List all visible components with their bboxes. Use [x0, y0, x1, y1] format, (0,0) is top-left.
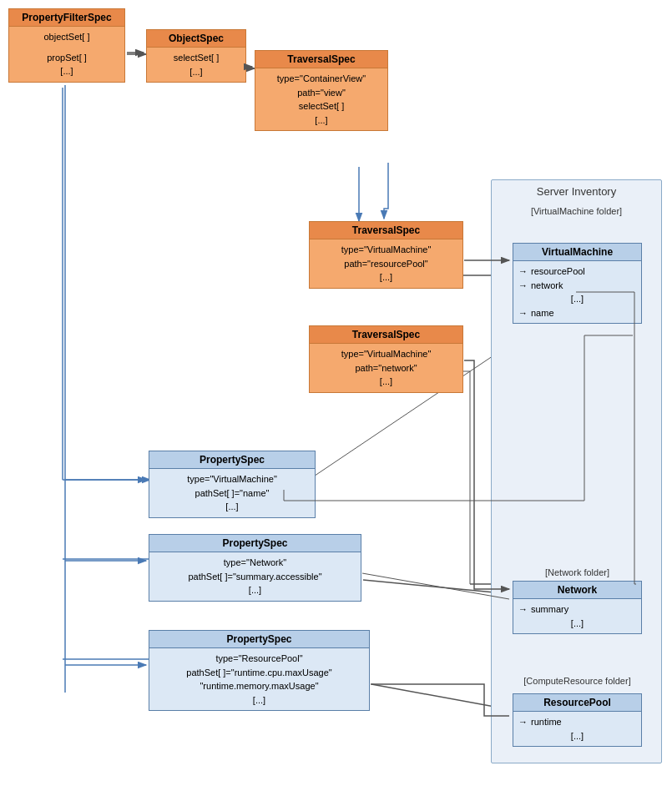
network-body: → summary [...]: [513, 599, 641, 633]
ps3-line4: [...]: [154, 693, 364, 708]
ts3-line3: [...]: [315, 375, 457, 389]
ps1-line1: type="VirtualMachine": [154, 472, 310, 486]
ps1-line2: pathSet[ ]="name": [154, 486, 310, 501]
resource-pool-box: ResourcePool → runtime [...]: [513, 693, 642, 747]
ps3-line2: pathSet[ ]="runtime.cpu.maxUsage": [154, 666, 364, 680]
vm-name: name: [531, 306, 554, 320]
property-spec-3-title: PropertySpec: [149, 631, 369, 648]
property-filter-spec-body: objectSet[ ] propSet[ ] [...]: [9, 27, 124, 82]
ts3-line1: type="VirtualMachine": [315, 347, 457, 361]
server-inventory-panel: Server Inventory [VirtualMachine folder]…: [491, 179, 662, 763]
property-spec-2-body: type="Network" pathSet[ ]="summary.acces…: [149, 552, 361, 601]
arrow-right-icon: →: [518, 264, 528, 279]
os-line1: selectSet[ ]: [152, 51, 240, 65]
diagram: PropertyFilterSpec objectSet[ ] propSet[…: [0, 0, 672, 796]
object-spec-title: ObjectSpec: [147, 30, 245, 48]
resource-pool-runtime: runtime: [531, 715, 562, 729]
vm-network: network: [531, 279, 563, 293]
svg-line-24: [362, 573, 509, 599]
vm-folder-label: [VirtualMachine folder]: [492, 203, 661, 219]
network-title: Network: [513, 582, 641, 599]
pfs-line2: propSet[ ]: [14, 51, 119, 65]
traversal-spec-1-body: type="ContainerView" path="view" selectS…: [255, 68, 387, 130]
network-summary: summary: [531, 602, 568, 617]
ts2-line1: type="VirtualMachine": [315, 243, 457, 257]
ps2-line3: [...]: [154, 583, 356, 597]
network-folder-label: [Network folder]: [492, 564, 663, 581]
property-filter-spec-title: PropertyFilterSpec: [9, 9, 124, 27]
object-spec-body: selectSet[ ] [...]: [147, 48, 245, 82]
compute-resource-folder-label: [ComputeResource folder]: [492, 673, 663, 689]
property-spec-2-title: PropertySpec: [149, 535, 361, 552]
ts2-line2: path="resourcePool": [315, 257, 457, 271]
traversal-spec-2-body: type="VirtualMachine" path="resourcePool…: [310, 239, 462, 288]
vm-body: → resourcePool → network [...] → name: [513, 261, 641, 323]
ps2-line2: pathSet[ ]="summary.accessible": [154, 570, 356, 584]
vm-ellipsis: [...]: [518, 292, 636, 306]
ts2-line3: [...]: [315, 270, 457, 285]
traversal-spec-3-title: TraversalSpec: [310, 326, 462, 344]
ts1-line2: path="view": [260, 86, 382, 100]
ps2-line1: type="Network": [154, 556, 356, 570]
ps3-line1: type="ResourcePool": [154, 652, 364, 666]
vm-resource-pool: resourcePool: [531, 264, 585, 279]
traversal-spec-2-title: TraversalSpec: [310, 222, 462, 239]
ts3-line2: path="network": [315, 361, 457, 375]
arrow-right-icon5: →: [518, 715, 528, 729]
traversal-spec-3-body: type="VirtualMachine" path="network" [..…: [310, 344, 462, 392]
ps3-line3: "runtime.memory.maxUsage": [154, 679, 364, 693]
property-spec-1-box: PropertySpec type="VirtualMachine" pathS…: [149, 451, 316, 518]
pfs-line3: [...]: [14, 64, 119, 78]
property-spec-3-body: type="ResourcePool" pathSet[ ]="runtime.…: [149, 648, 369, 710]
traversal-spec-1-box: TraversalSpec type="ContainerView" path=…: [255, 50, 388, 131]
vm-title: VirtualMachine: [513, 244, 641, 261]
os-line2: [...]: [152, 65, 240, 79]
traversal-spec-2-box: TraversalSpec type="VirtualMachine" path…: [309, 221, 463, 289]
arrow-right-icon2: →: [518, 279, 528, 293]
property-filter-spec-box: PropertyFilterSpec objectSet[ ] propSet[…: [8, 8, 125, 83]
property-spec-2-box: PropertySpec type="Network" pathSet[ ]="…: [149, 534, 361, 602]
ts1-line3: selectSet[ ]: [260, 99, 382, 113]
arrow-right-icon4: →: [518, 602, 528, 617]
server-inventory-title: Server Inventory: [492, 180, 661, 203]
ts1-line4: [...]: [260, 113, 382, 128]
virtual-machine-box: VirtualMachine → resourcePool → network …: [513, 243, 642, 324]
object-spec-box: ObjectSpec selectSet[ ] [...]: [146, 29, 246, 83]
network-ellipsis: [...]: [518, 617, 636, 631]
ps1-line3: [...]: [154, 500, 310, 514]
ts1-line1: type="ContainerView": [260, 72, 382, 86]
traversal-spec-1-title: TraversalSpec: [255, 51, 387, 68]
network-box: Network → summary [...]: [513, 581, 642, 634]
resource-pool-body: → runtime [...]: [513, 712, 641, 746]
property-spec-3-box: PropertySpec type="ResourcePool" pathSet…: [149, 630, 370, 711]
arrow-right-icon3: →: [518, 306, 528, 320]
resource-pool-ellipsis: [...]: [518, 729, 636, 743]
resource-pool-title: ResourcePool: [513, 694, 641, 712]
property-spec-1-title: PropertySpec: [149, 451, 315, 469]
traversal-spec-3-box: TraversalSpec type="VirtualMachine" path…: [309, 325, 463, 393]
property-spec-1-body: type="VirtualMachine" pathSet[ ]="name" …: [149, 469, 315, 517]
pfs-line1: objectSet[ ]: [14, 30, 119, 44]
